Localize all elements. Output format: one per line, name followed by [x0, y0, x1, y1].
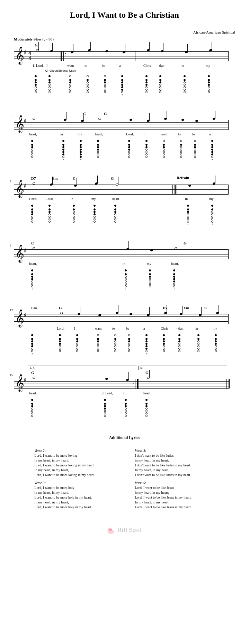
fingering-diagram: [178, 334, 180, 352]
fingering-diagram: [145, 75, 148, 93]
verse-line: Lord, I want to be more holy: [35, 485, 114, 490]
lyric-syllable: in: [195, 327, 198, 330]
verse-line: Lord, I want to be like Jesus: [135, 485, 215, 490]
measure-number: 12: [10, 308, 13, 312]
lyric-syllable: a: [209, 132, 211, 136]
lyric-syllable: in: [71, 197, 73, 201]
measure-number: 15: [10, 373, 13, 377]
lyric-syllable: be: [192, 132, 195, 136]
fingering-diagram: [163, 140, 165, 158]
fingering-diagram: [197, 334, 199, 352]
lyric-syllable: I: [46, 64, 47, 68]
verse-line: in my heart, in my heart;: [135, 458, 215, 463]
fingering-diagram: [97, 140, 99, 158]
lyric-syllable: to: [112, 327, 115, 330]
chord-symbol: G: [35, 43, 38, 47]
fingering-diagram: [97, 334, 99, 352]
key-signature: ♯: [24, 247, 26, 254]
fingering-diagram: [194, 140, 196, 158]
fingering-diagram: [180, 140, 182, 158]
fingering-diagram: +: [31, 334, 33, 355]
verse-line: Lord, I want to be more loving: [35, 453, 114, 458]
fingering-diagram: [94, 205, 96, 223]
verse-line: Lord, I want to be more holy in my heart…: [35, 505, 114, 510]
fingering-diagram: [87, 75, 89, 93]
staff: 𝄞♯: [14, 182, 229, 196]
fingering-diagram: [69, 75, 71, 93]
fingering-row: ++++: [14, 269, 229, 294]
chord-symbol: G: [184, 241, 187, 245]
lyric-syllable: in: [123, 262, 125, 266]
staff: 𝄞♯: [14, 311, 229, 325]
additional-lyrics: Verse 2:Lord, I want to be more lovingin…: [14, 445, 235, 510]
time-signature: 44: [28, 51, 31, 61]
fingering-row: ++: [14, 334, 229, 358]
lyric-syllable: a: [119, 64, 121, 68]
fingering-diagram: [59, 334, 61, 352]
chord-symbol: G: [59, 306, 62, 310]
lyric-syllable: be: [102, 64, 105, 68]
lyric-syllable: I: [123, 391, 124, 395]
lyric-syllable: 1. Lord,: [33, 64, 44, 68]
lyric-syllable: want: [67, 64, 74, 68]
fingering-diagram: [128, 140, 130, 158]
lyric-syllable: my: [209, 197, 214, 201]
treble-clef-icon: 𝄞: [15, 48, 24, 63]
fingering-diagram: [104, 399, 106, 417]
key-signature: ♯: [24, 182, 26, 189]
treble-clef-icon: 𝄞: [15, 181, 24, 196]
treble-clef-icon: 𝄞: [15, 311, 24, 326]
lyric-line: heart,inmyheart,: [14, 262, 229, 267]
fingering-diagram: [48, 205, 51, 223]
verse-line: In my heart, in my heart,: [35, 500, 114, 505]
fingering-diagram: +: [125, 269, 127, 290]
staff: 𝄞♯: [14, 376, 229, 390]
chord-symbol: C: [73, 176, 75, 180]
lyric-syllable: Chris: [29, 197, 37, 201]
staff-system: 12EmGD7EmC𝄞♯Lord,IwanttobeaChris- tianin…: [14, 306, 235, 358]
volta-bracket: 5.: [139, 366, 227, 370]
fingering-diagram: [125, 399, 127, 417]
fingering-row: [14, 399, 229, 423]
chord-symbol: Em: [52, 176, 58, 180]
fingering-diagram: [73, 205, 75, 223]
fingering-row: ++: [14, 205, 229, 229]
additional-lyrics-note: (2.) See additional lyrics: [45, 69, 235, 72]
lyric-syllable: - tian: [176, 327, 184, 330]
lyric-syllable: heart.: [112, 197, 120, 201]
fingering-diagram: [163, 334, 165, 352]
lyric-syllable: heart.: [29, 391, 37, 395]
verse-label: Verse 2:: [35, 449, 114, 453]
fingering-diagram: [31, 205, 33, 223]
lyric-syllable: my: [78, 132, 82, 136]
chord-symbol: Em: [184, 306, 189, 310]
verse-line: Lord, I want to be more holy in my heart…: [35, 495, 114, 500]
additional-lyrics-title: Additional Lyrics: [14, 435, 235, 440]
fingering-diagram: [184, 75, 186, 93]
verse-line: in my heart, in my heart;: [35, 490, 114, 495]
lyric-syllable: In: [185, 197, 188, 201]
chord-symbol: G: [111, 176, 114, 180]
lyric-syllable: heart;: [95, 132, 103, 136]
staff: 𝄞♯: [14, 117, 229, 131]
chord-symbol: G: [145, 370, 149, 375]
fingering-diagram: +: [31, 269, 33, 290]
fingering-diagram: +: [80, 140, 82, 161]
fingering-row: +: [14, 75, 229, 99]
fingering-diagram: [208, 75, 210, 93]
logo: Riff Spot: [14, 524, 235, 537]
fingering-diagram: [31, 140, 33, 158]
fingering-diagram: [159, 75, 161, 93]
lyric-syllable: heart,: [29, 132, 37, 136]
key-signature: ♯: [24, 377, 26, 383]
fingering-diagram: [145, 399, 148, 417]
staff-system: G𝄞♯441. Lord,IwanttobeaChris- tianinmy(2…: [14, 43, 235, 99]
chord-symbol: C: [31, 241, 34, 245]
verse-line: In my heart, in my heart,: [135, 500, 215, 505]
fingering-diagram: [35, 75, 37, 93]
key-signature: ♯: [24, 49, 26, 56]
treble-clef-icon: 𝄞: [15, 116, 24, 132]
lyric-line: Chris- tianinmyheart.Inmy: [14, 197, 229, 202]
chord-symbol: G: [104, 111, 107, 116]
lyric-syllable: Chris: [161, 327, 168, 330]
